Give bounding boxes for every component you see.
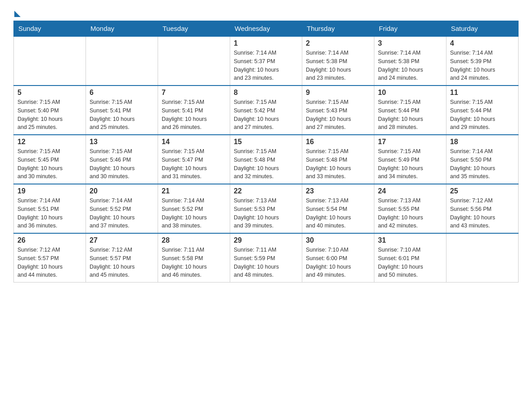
calendar-cell: 24Sunrise: 7:13 AMSunset: 5:55 PMDayligh…	[374, 184, 446, 233]
day-number: 13	[90, 138, 154, 146]
day-info: Sunrise: 7:12 AMSunset: 5:57 PMDaylight:…	[90, 246, 154, 279]
day-info: Sunrise: 7:14 AMSunset: 5:51 PMDaylight:…	[17, 197, 82, 230]
calendar-cell	[158, 36, 230, 86]
day-info: Sunrise: 7:14 AMSunset: 5:38 PMDaylight:…	[306, 49, 370, 82]
day-number: 28	[162, 236, 226, 244]
calendar-cell: 18Sunrise: 7:14 AMSunset: 5:50 PMDayligh…	[446, 135, 519, 184]
day-number: 24	[378, 187, 442, 195]
day-info: Sunrise: 7:15 AMSunset: 5:41 PMDaylight:…	[162, 98, 226, 132]
week-row-1: 1Sunrise: 7:14 AMSunset: 5:37 PMDaylight…	[14, 36, 519, 86]
calendar-cell: 14Sunrise: 7:15 AMSunset: 5:47 PMDayligh…	[158, 135, 230, 184]
day-number: 20	[90, 187, 154, 195]
calendar-table: SundayMondayTuesdayWednesdayThursdayFrid…	[13, 21, 519, 283]
calendar-cell: 1Sunrise: 7:14 AMSunset: 5:37 PMDaylight…	[230, 36, 302, 86]
calendar-cell: 5Sunrise: 7:15 AMSunset: 5:40 PMDaylight…	[14, 86, 86, 135]
day-number: 17	[378, 138, 442, 146]
calendar-cell: 29Sunrise: 7:11 AMSunset: 5:59 PMDayligh…	[230, 233, 302, 283]
calendar-cell: 7Sunrise: 7:15 AMSunset: 5:41 PMDaylight…	[158, 86, 230, 135]
calendar-cell: 19Sunrise: 7:14 AMSunset: 5:51 PMDayligh…	[14, 184, 86, 233]
weekday-header-friday: Friday	[374, 21, 446, 37]
day-number: 26	[17, 236, 82, 244]
calendar-cell: 13Sunrise: 7:15 AMSunset: 5:46 PMDayligh…	[86, 135, 158, 184]
day-info: Sunrise: 7:12 AMSunset: 5:57 PMDaylight:…	[17, 246, 82, 279]
day-info: Sunrise: 7:10 AMSunset: 6:01 PMDaylight:…	[378, 246, 442, 279]
day-info: Sunrise: 7:15 AMSunset: 5:43 PMDaylight:…	[306, 98, 370, 132]
day-number: 16	[306, 138, 370, 146]
day-info: Sunrise: 7:14 AMSunset: 5:37 PMDaylight:…	[234, 49, 298, 82]
calendar-cell: 3Sunrise: 7:14 AMSunset: 5:38 PMDaylight…	[374, 36, 446, 86]
weekday-header-tuesday: Tuesday	[158, 21, 230, 37]
day-number: 4	[450, 39, 515, 47]
calendar-cell: 6Sunrise: 7:15 AMSunset: 5:41 PMDaylight…	[86, 86, 158, 135]
calendar-cell: 10Sunrise: 7:15 AMSunset: 5:44 PMDayligh…	[374, 86, 446, 135]
week-row-2: 5Sunrise: 7:15 AMSunset: 5:40 PMDaylight…	[14, 86, 519, 135]
day-info: Sunrise: 7:15 AMSunset: 5:49 PMDaylight:…	[378, 147, 442, 181]
day-number: 21	[162, 187, 226, 195]
day-info: Sunrise: 7:15 AMSunset: 5:46 PMDaylight:…	[90, 147, 154, 181]
calendar-cell: 25Sunrise: 7:12 AMSunset: 5:56 PMDayligh…	[446, 184, 519, 233]
day-info: Sunrise: 7:15 AMSunset: 5:48 PMDaylight:…	[234, 147, 298, 181]
day-info: Sunrise: 7:15 AMSunset: 5:45 PMDaylight:…	[17, 147, 82, 181]
day-number: 30	[306, 236, 370, 244]
day-info: Sunrise: 7:13 AMSunset: 5:55 PMDaylight:…	[378, 197, 442, 230]
day-info: Sunrise: 7:15 AMSunset: 5:44 PMDaylight:…	[378, 98, 442, 132]
weekday-header-thursday: Thursday	[302, 21, 374, 37]
day-number: 2	[306, 39, 370, 47]
day-info: Sunrise: 7:14 AMSunset: 5:52 PMDaylight:…	[162, 197, 226, 230]
week-row-3: 12Sunrise: 7:15 AMSunset: 5:45 PMDayligh…	[14, 135, 519, 184]
calendar-cell: 30Sunrise: 7:10 AMSunset: 6:00 PMDayligh…	[302, 233, 374, 283]
day-number: 10	[378, 89, 442, 97]
calendar-cell: 20Sunrise: 7:14 AMSunset: 5:52 PMDayligh…	[86, 184, 158, 233]
logo-arrow-icon	[14, 11, 21, 17]
calendar-cell: 12Sunrise: 7:15 AMSunset: 5:45 PMDayligh…	[14, 135, 86, 184]
day-number: 11	[450, 89, 515, 97]
day-info: Sunrise: 7:14 AMSunset: 5:52 PMDaylight:…	[90, 197, 154, 230]
calendar-cell: 4Sunrise: 7:14 AMSunset: 5:39 PMDaylight…	[446, 36, 519, 86]
day-info: Sunrise: 7:15 AMSunset: 5:48 PMDaylight:…	[306, 147, 370, 181]
calendar-cell: 22Sunrise: 7:13 AMSunset: 5:53 PMDayligh…	[230, 184, 302, 233]
day-number: 19	[17, 187, 82, 195]
calendar-cell: 16Sunrise: 7:15 AMSunset: 5:48 PMDayligh…	[302, 135, 374, 184]
weekday-header-row: SundayMondayTuesdayWednesdayThursdayFrid…	[14, 21, 519, 37]
weekday-header-wednesday: Wednesday	[230, 21, 302, 37]
day-info: Sunrise: 7:14 AMSunset: 5:38 PMDaylight:…	[378, 49, 442, 82]
day-number: 5	[17, 89, 82, 97]
day-info: Sunrise: 7:15 AMSunset: 5:47 PMDaylight:…	[162, 147, 226, 181]
day-info: Sunrise: 7:13 AMSunset: 5:54 PMDaylight:…	[306, 197, 370, 230]
calendar-cell: 17Sunrise: 7:15 AMSunset: 5:49 PMDayligh…	[374, 135, 446, 184]
calendar-cell: 21Sunrise: 7:14 AMSunset: 5:52 PMDayligh…	[158, 184, 230, 233]
day-info: Sunrise: 7:14 AMSunset: 5:39 PMDaylight:…	[450, 49, 515, 82]
weekday-header-saturday: Saturday	[446, 21, 519, 37]
day-number: 18	[450, 138, 515, 146]
day-number: 15	[234, 138, 298, 146]
day-number: 31	[378, 236, 442, 244]
calendar-cell: 9Sunrise: 7:15 AMSunset: 5:43 PMDaylight…	[302, 86, 374, 135]
calendar-cell: 28Sunrise: 7:11 AMSunset: 5:58 PMDayligh…	[158, 233, 230, 283]
day-number: 3	[378, 39, 442, 47]
calendar-cell: 31Sunrise: 7:10 AMSunset: 6:01 PMDayligh…	[374, 233, 446, 283]
day-number: 8	[234, 89, 298, 97]
logo	[13, 9, 21, 16]
day-number: 29	[234, 236, 298, 244]
calendar-cell: 8Sunrise: 7:15 AMSunset: 5:42 PMDaylight…	[230, 86, 302, 135]
day-info: Sunrise: 7:15 AMSunset: 5:41 PMDaylight:…	[90, 98, 154, 132]
day-info: Sunrise: 7:15 AMSunset: 5:44 PMDaylight:…	[450, 98, 515, 132]
day-info: Sunrise: 7:12 AMSunset: 5:56 PMDaylight:…	[450, 197, 515, 230]
day-number: 25	[450, 187, 515, 195]
day-number: 22	[234, 187, 298, 195]
calendar-cell	[86, 36, 158, 86]
day-info: Sunrise: 7:15 AMSunset: 5:40 PMDaylight:…	[17, 98, 82, 132]
week-row-4: 19Sunrise: 7:14 AMSunset: 5:51 PMDayligh…	[14, 184, 519, 233]
day-number: 6	[90, 89, 154, 97]
day-info: Sunrise: 7:11 AMSunset: 5:59 PMDaylight:…	[234, 246, 298, 279]
calendar-cell: 23Sunrise: 7:13 AMSunset: 5:54 PMDayligh…	[302, 184, 374, 233]
calendar-cell	[446, 233, 519, 283]
day-number: 23	[306, 187, 370, 195]
calendar-cell: 15Sunrise: 7:15 AMSunset: 5:48 PMDayligh…	[230, 135, 302, 184]
calendar-cell: 26Sunrise: 7:12 AMSunset: 5:57 PMDayligh…	[14, 233, 86, 283]
weekday-header-sunday: Sunday	[14, 21, 86, 37]
calendar-cell: 2Sunrise: 7:14 AMSunset: 5:38 PMDaylight…	[302, 36, 374, 86]
day-info: Sunrise: 7:14 AMSunset: 5:50 PMDaylight:…	[450, 147, 515, 181]
day-number: 7	[162, 89, 226, 97]
week-row-5: 26Sunrise: 7:12 AMSunset: 5:57 PMDayligh…	[14, 233, 519, 283]
